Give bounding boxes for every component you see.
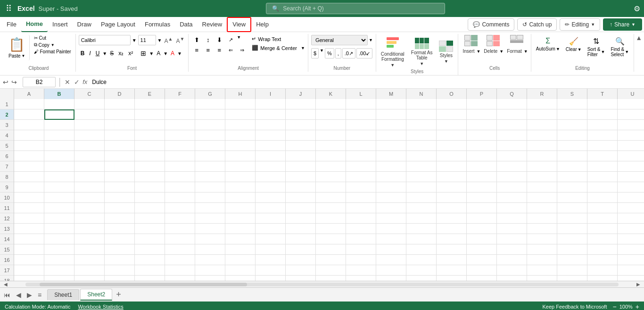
table-row[interactable] [346, 213, 376, 224]
table-row[interactable] [527, 161, 557, 172]
autosum-button[interactable]: Σ AutoSum ▼ [534, 35, 562, 53]
search-box[interactable]: 🔍 [266, 3, 445, 14]
table-row[interactable] [225, 234, 256, 244]
zoom-in-button[interactable]: + [636, 303, 639, 310]
table-row[interactable] [165, 276, 195, 281]
table-row[interactable] [74, 109, 105, 120]
table-row[interactable] [527, 151, 557, 161]
table-row[interactable] [14, 234, 44, 244]
table-row[interactable] [497, 161, 527, 172]
table-row[interactable] [527, 234, 557, 244]
conditional-formatting-button[interactable]: ConditionalFormatting ▼ [379, 35, 406, 69]
table-row[interactable] [467, 120, 497, 130]
table-row[interactable] [225, 99, 256, 109]
table-row[interactable] [256, 276, 286, 281]
table-row[interactable] [135, 234, 165, 244]
table-row[interactable] [467, 203, 497, 213]
table-row[interactable] [437, 182, 467, 193]
table-row[interactable] [105, 234, 135, 244]
table-row[interactable] [467, 265, 497, 276]
table-row[interactable] [406, 224, 437, 234]
col-header-h[interactable]: H [225, 89, 256, 99]
table-row[interactable] [195, 151, 225, 161]
table-row[interactable] [346, 109, 376, 120]
table-row[interactable] [74, 224, 105, 234]
col-header-q[interactable]: Q [497, 89, 527, 99]
table-row[interactable] [44, 193, 74, 203]
row-header-7[interactable]: 7 [0, 161, 14, 172]
table-row[interactable] [74, 265, 105, 276]
menu-draw[interactable]: Draw [73, 17, 96, 32]
table-row[interactable] [497, 109, 527, 120]
align-center-button[interactable]: ≡ [203, 45, 213, 55]
table-row[interactable] [105, 161, 135, 172]
sheet-tab-sheet1[interactable]: Sheet1 [47, 289, 79, 300]
table-row[interactable] [587, 151, 618, 161]
undo-button[interactable]: ↩ [2, 77, 9, 87]
subscript-button[interactable]: x₂ [116, 48, 125, 59]
table-row[interactable] [467, 255, 497, 265]
sort-dropdown-icon[interactable]: ▼ [601, 50, 605, 54]
table-row[interactable] [437, 99, 467, 109]
table-row[interactable] [44, 130, 74, 141]
table-row[interactable] [74, 203, 105, 213]
table-row[interactable] [346, 265, 376, 276]
table-row[interactable] [527, 276, 557, 281]
table-row[interactable] [286, 161, 316, 172]
table-row[interactable] [406, 255, 437, 265]
table-row[interactable] [286, 120, 316, 130]
table-row[interactable] [557, 193, 587, 203]
table-row[interactable] [587, 130, 618, 141]
table-row[interactable] [406, 213, 437, 224]
comments-button[interactable]: 💬 Comments [468, 18, 514, 31]
table-row[interactable] [346, 151, 376, 161]
wrap-text-button[interactable]: ↵ Wrap Text [249, 35, 305, 43]
table-row[interactable] [195, 130, 225, 141]
font-dropdown-icon[interactable]: ▼ [132, 38, 137, 43]
table-row[interactable] [195, 234, 225, 244]
table-row[interactable] [467, 109, 497, 120]
table-row[interactable] [406, 276, 437, 281]
table-row[interactable] [437, 109, 467, 120]
table-row[interactable] [135, 99, 165, 109]
table-row[interactable] [74, 99, 105, 109]
table-row[interactable] [44, 234, 74, 244]
table-row[interactable] [618, 151, 644, 161]
table-row[interactable] [286, 172, 316, 182]
table-row[interactable] [286, 276, 316, 281]
percent-button[interactable]: % [325, 48, 334, 59]
table-row[interactable] [225, 276, 256, 281]
table-row[interactable] [618, 172, 644, 182]
fill-color-button[interactable]: A [155, 48, 162, 59]
table-row[interactable] [406, 193, 437, 203]
decrease-indent-button[interactable]: ⇐ [225, 45, 236, 55]
table-row[interactable] [437, 255, 467, 265]
table-row[interactable] [44, 151, 74, 161]
table-row[interactable] [286, 99, 316, 109]
table-row[interactable] [587, 234, 618, 244]
table-row[interactable] [406, 244, 437, 255]
table-row[interactable] [256, 255, 286, 265]
table-row[interactable] [497, 276, 527, 281]
find-select-dropdown-icon[interactable]: ▼ [625, 50, 629, 54]
table-row[interactable] [557, 234, 587, 244]
table-row[interactable] [74, 213, 105, 224]
table-row[interactable] [316, 99, 346, 109]
table-row[interactable] [14, 224, 44, 234]
table-row[interactable] [376, 203, 406, 213]
table-row[interactable] [225, 203, 256, 213]
table-row[interactable] [406, 172, 437, 182]
table-row[interactable] [286, 255, 316, 265]
active-cell-b2[interactable] [44, 109, 74, 120]
table-row[interactable] [135, 161, 165, 172]
table-row[interactable] [316, 141, 346, 151]
table-row[interactable] [225, 213, 256, 224]
table-row[interactable] [497, 182, 527, 193]
table-row[interactable] [618, 130, 644, 141]
align-top-button[interactable]: ⬆ [191, 35, 202, 44]
table-row[interactable] [74, 151, 105, 161]
merge-dropdown-icon[interactable]: ▼ [301, 46, 305, 50]
col-header-s[interactable]: S [557, 89, 587, 99]
add-sheet-button[interactable]: + [113, 289, 124, 301]
font-color-button[interactable]: A [169, 48, 176, 59]
